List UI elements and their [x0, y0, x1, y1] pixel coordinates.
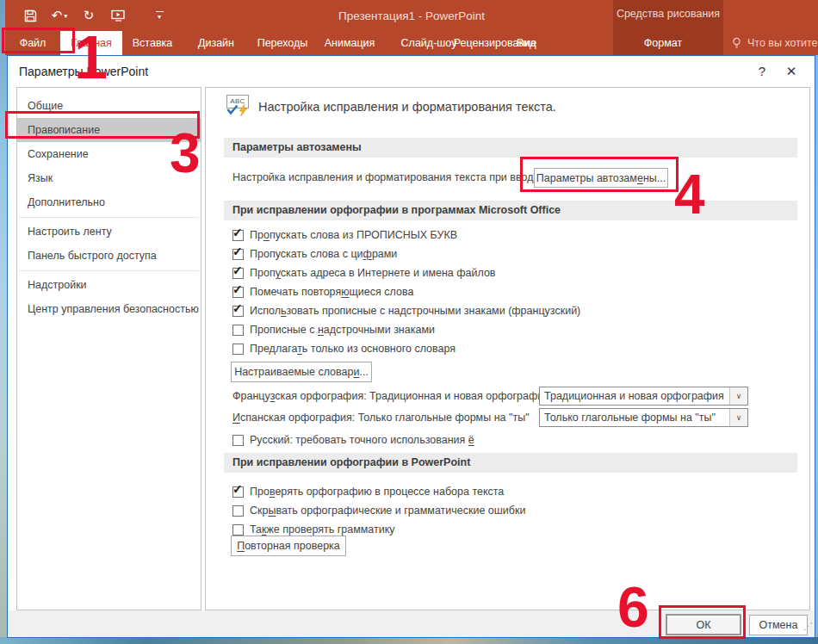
dialog-title-bar: Параметры PowerPoint ? ✕ — [8, 56, 815, 86]
customize-quick-access-button[interactable]: ▾ — [145, 4, 174, 27]
ribbon-tab[interactable]: Рецензирование — [474, 31, 517, 55]
checkbox-label: Пропускать адреса в Интернете и имена фа… — [250, 267, 496, 279]
ribbon-tab-label: Формат — [644, 37, 682, 49]
autocorrect-label: Настройка исправления и форматирования т… — [232, 171, 542, 183]
redo-icon: ↻ — [84, 8, 95, 23]
checkbox-row[interactable]: ✓ Использовать прописные с надстрочными … — [232, 301, 580, 320]
sidebar-item[interactable]: Настроить ленту — [17, 220, 201, 244]
bar-icon — [156, 11, 164, 12]
resize-grip[interactable]: ⋰ — [803, 621, 813, 632]
ribbon-tab-label: Слайд-шоу — [401, 37, 457, 49]
sidebar-item[interactable]: Дополнительно — [17, 190, 201, 214]
powerpoint-ribbon: Средства рисования ↶ ▾ ↻ — [5, 0, 818, 55]
desktop-edge-left — [0, 0, 7, 644]
ribbon-tab[interactable]: Переходы — [250, 31, 315, 55]
checkbox[interactable]: ✓ — [232, 344, 244, 355]
checkbox-row[interactable]: ✓ Помечать повторяющиеся слова — [232, 282, 580, 301]
ribbon-tab[interactable]: Вставка — [122, 31, 183, 55]
spanish-spelling-dropdown[interactable]: Только глагольные формы на "ты" ∨ — [539, 408, 748, 427]
checkbox-label: Прописные с надстрочными знаками — [250, 324, 435, 336]
annotation-number-3: 3 — [170, 126, 201, 181]
sidebar-item-label: Дополнительно — [28, 196, 105, 208]
spanish-spelling-label: Испанская орфография: Только глагольные … — [232, 412, 530, 424]
annotation-box-ok-button — [659, 605, 746, 639]
sidebar-item[interactable]: Надстройки — [17, 273, 201, 297]
checkbox-row[interactable]: ✓ Пропускать слова с цифрами — [232, 245, 580, 263]
section-autocorrect-title: Параметры автозамены — [224, 138, 797, 158]
ribbon-tab-label: Дизайн — [198, 37, 234, 49]
powerpoint-checkbox-list: ✓ Проверять орфографию в процессе набора… — [232, 482, 525, 539]
annotation-box-file-tab — [2, 28, 75, 53]
checkbox[interactable]: ✓ — [232, 486, 244, 498]
checkbox-label: Проверять орфографию в процессе набора т… — [250, 486, 504, 498]
checkbox-label: Помечать повторяющиеся слова — [250, 286, 413, 298]
checkbox-label: Русский: требовать точного использования… — [250, 434, 474, 446]
lightning-icon — [239, 104, 248, 117]
page-header: ABC Настройка исправления и форматирован… — [226, 95, 556, 118]
checkbox-row[interactable]: ✓ Проверять орфографию в процессе набора… — [232, 482, 525, 501]
custom-dictionaries-button[interactable]: Настраиваемые словари... — [231, 362, 372, 382]
ribbon-tab-label: Вставка — [133, 37, 172, 49]
check-icon: ✓ — [232, 263, 243, 277]
checkbox-label: Предлагать только из основного словаря — [250, 343, 455, 355]
checkbox-row[interactable]: ✓ Скрывать орфографические и грамматичес… — [232, 501, 525, 520]
caret-down-icon: ▾ — [64, 12, 67, 20]
checkbox-label: Использовать прописные с надстрочными зн… — [250, 305, 580, 317]
section-office-title: При исправлении орфографии в программах … — [224, 201, 797, 220]
tell-me-label: Что вы хотите с — [747, 37, 818, 49]
ribbon-tab[interactable]: Формат — [608, 31, 718, 55]
checkbox-label: Пропускать слова с цифрами — [250, 248, 397, 260]
tell-me-box[interactable]: Что вы хотите с — [731, 31, 818, 55]
slideshow-icon — [111, 9, 126, 22]
sidebar-item-label: Надстройки — [28, 279, 87, 291]
french-spelling-dropdown[interactable]: Традиционная и новая орфография ∨ — [539, 387, 748, 406]
checkbox-label: Также проверять грамматику — [250, 523, 395, 536]
sidebar-item[interactable]: Центр управления безопасностью — [17, 297, 201, 321]
ribbon-tab[interactable]: Дизайн — [183, 31, 250, 55]
save-icon — [24, 9, 37, 22]
checkbox[interactable]: ✓ — [232, 249, 244, 260]
options-content: ABC Настройка исправления и форматирован… — [205, 87, 810, 610]
sidebar-item-label: Центр управления безопасностью — [28, 303, 199, 315]
sidebar-item[interactable]: Панель быстрого доступа — [17, 244, 201, 268]
sidebar-item-label: Панель быстрого доступа — [28, 250, 157, 262]
checkbox[interactable]: ✓ — [232, 287, 244, 298]
checkbox[interactable]: ✓ — [232, 505, 244, 517]
checkbox-row[interactable]: ✓ Прописные с надстрочными знаками — [232, 320, 580, 339]
cancel-button[interactable]: Отмена — [749, 615, 808, 635]
ribbon-tab-label: Анимация — [325, 37, 375, 49]
checkbox[interactable]: ✓ — [232, 435, 244, 446]
sidebar-item-label: Общие — [28, 100, 63, 112]
checkbox[interactable]: ✓ — [232, 268, 244, 279]
french-spelling-label: Французская орфография: Традиционная и н… — [232, 390, 549, 402]
checkbox-row[interactable]: ✓ Предлагать только из основного словаря — [232, 339, 580, 358]
checkbox[interactable]: ✓ — [232, 325, 244, 336]
checkbox-label: Скрывать орфографические и грамматически… — [250, 505, 525, 517]
spellcheck-abc-icon: ABC — [226, 95, 251, 118]
recheck-button[interactable]: Повторная проверка — [231, 536, 346, 556]
chevron-down-icon: ∨ — [729, 387, 747, 405]
undo-button[interactable]: ↶ ▾ — [45, 4, 74, 27]
checkbox[interactable]: ✓ — [232, 524, 244, 536]
ribbon-tab[interactable]: Вид — [517, 31, 536, 55]
undo-icon: ↶ — [52, 8, 63, 23]
checkbox[interactable]: ✓ — [232, 230, 244, 241]
help-button[interactable]: ? — [747, 59, 777, 84]
annotation-number-1: 1 — [74, 28, 108, 88]
ribbon-tab[interactable]: Анимация — [315, 31, 384, 55]
start-slideshow-button[interactable] — [103, 4, 133, 27]
checkbox-row[interactable]: ✓ Пропускать адреса в Интернете и имена … — [232, 263, 580, 282]
page-header-text: Настройка исправления и форматирования т… — [258, 100, 556, 114]
ribbon-tab-label: Переходы — [257, 37, 308, 49]
close-icon[interactable]: ✕ — [777, 59, 806, 84]
save-button[interactable] — [15, 4, 45, 27]
ribbon-tab-label: Вид — [517, 37, 536, 49]
annotation-box-autocorrect-button — [520, 157, 679, 192]
russian-yo-checkbox-row[interactable]: ✓ Русский: требовать точного использован… — [232, 430, 474, 449]
caret-down-icon: ▾ — [158, 13, 161, 21]
checkbox-row[interactable]: ✓ Пропускать слова из ПРОПИСНЫХ БУКВ — [232, 226, 580, 245]
section-powerpoint-title: При исправлении орфографии в PowerPoint — [224, 453, 797, 473]
checkbox[interactable]: ✓ — [232, 306, 244, 317]
checkbox-label: Пропускать слова из ПРОПИСНЫХ БУКВ — [250, 229, 457, 241]
sidebar-item-label: Настроить ленту — [28, 226, 112, 238]
